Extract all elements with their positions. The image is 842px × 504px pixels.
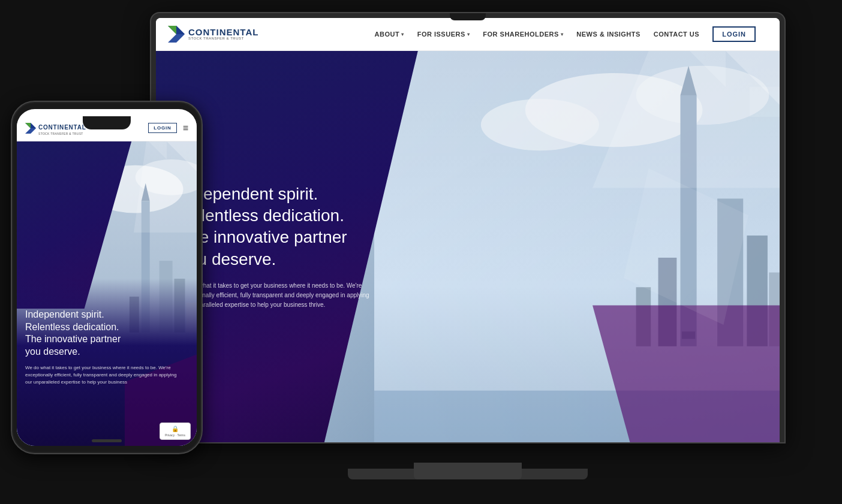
phone-logo-text: CONTINENTAL STOCK TRANSFER & TRUST: [38, 121, 86, 135]
chevron-down-icon: ▾: [401, 32, 404, 37]
laptop-notch: [450, 13, 486, 20]
phone-notch: [83, 116, 131, 129]
phone-device: CONTINENTAL STOCK TRANSFER & TRUST LOGIN…: [11, 101, 203, 454]
geo-piece-3: [750, 87, 780, 117]
logo-subtitle: STOCK TRANSFER & TRUST: [188, 37, 258, 41]
nav-link-news-insights[interactable]: NEWS & INSIGHTS: [576, 31, 640, 38]
recaptcha-logo-icon: 🔒: [164, 425, 187, 432]
laptop-hero-body: We do what it takes to get your business…: [180, 281, 372, 310]
svg-point-6: [481, 99, 599, 150]
laptop-device: CONTINENTAL STOCK TRANSFER & TRUST ABOUT…: [150, 12, 786, 479]
phone-geo-piece-2: [149, 141, 167, 159]
nav-link-contact-us[interactable]: CONTACT US: [654, 31, 699, 38]
svg-marker-18: [25, 123, 31, 128]
phone-login-button[interactable]: LOGIN: [148, 123, 176, 133]
svg-marker-1: [168, 26, 176, 34]
laptop-hero-heading: Independent spirit. Relentless dedicatio…: [180, 183, 372, 271]
phone-geo-piece-1: [167, 141, 197, 171]
laptop-hero: Independent spirit. Relentless dedicatio…: [156, 51, 780, 442]
recaptcha-label: Privacy · Terms: [165, 433, 185, 437]
laptop-login-button[interactable]: LOGIN: [712, 26, 756, 42]
chevron-down-icon: ▾: [561, 32, 564, 37]
laptop-hero-content: Independent spirit. Relentless dedicatio…: [180, 183, 372, 310]
geo-piece-2: [690, 51, 726, 87]
nav-link-about[interactable]: ABOUT ▾: [375, 31, 404, 38]
recaptcha-badge: 🔒 Privacy · Terms: [160, 422, 191, 440]
phone-geo-decoration: [149, 141, 197, 189]
logo-name: CONTINENTAL: [188, 28, 258, 37]
svg-marker-2: [176, 26, 185, 34]
phone-logo-name: CONTINENTAL: [38, 124, 86, 131]
logo-text: CONTINENTAL STOCK TRANSFER & TRUST: [188, 28, 258, 41]
continental-logo-icon: [168, 26, 185, 43]
phone-body: CONTINENTAL STOCK TRANSFER & TRUST LOGIN…: [11, 101, 203, 454]
laptop-screen: CONTINENTAL STOCK TRANSFER & TRUST ABOUT…: [156, 18, 780, 442]
nav-link-for-shareholders[interactable]: FOR SHAREHOLDERS ▾: [483, 31, 563, 38]
phone-screen: CONTINENTAL STOCK TRANSFER & TRUST LOGIN…: [17, 109, 197, 446]
phone-home-bar: [92, 439, 122, 442]
svg-marker-19: [31, 123, 36, 128]
laptop-body: CONTINENTAL STOCK TRANSFER & TRUST ABOUT…: [150, 12, 786, 443]
hamburger-menu-icon[interactable]: ≡: [183, 123, 188, 133]
phone-hero: Independent spirit. Relentless dedicatio…: [17, 141, 197, 446]
phone-nav-right: LOGIN ≡: [148, 123, 188, 133]
phone-logo: CONTINENTAL STOCK TRANSFER & TRUST: [25, 121, 86, 135]
phone-hero-heading: Independent spirit. Relentless dedicatio…: [25, 309, 181, 358]
laptop-logo: CONTINENTAL STOCK TRANSFER & TRUST: [168, 26, 258, 43]
laptop-navbar: CONTINENTAL STOCK TRANSFER & TRUST ABOUT…: [156, 18, 780, 51]
laptop-stand: [414, 463, 522, 479]
phone-hero-content: Independent spirit. Relentless dedicatio…: [25, 309, 181, 386]
phone-logo-subtitle: STOCK TRANSFER & TRUST: [38, 132, 86, 135]
nav-link-for-issuers[interactable]: FOR ISSUERS ▾: [417, 31, 470, 38]
laptop-nav-links: ABOUT ▾ FOR ISSUERS ▾ FOR SHAREHOLDERS ▾…: [375, 26, 756, 42]
chevron-down-icon: ▾: [467, 32, 470, 37]
phone-logo-icon: [25, 123, 36, 134]
phone-hero-body: We do what it takes to get your business…: [25, 364, 181, 386]
geometric-decoration: [660, 51, 780, 171]
